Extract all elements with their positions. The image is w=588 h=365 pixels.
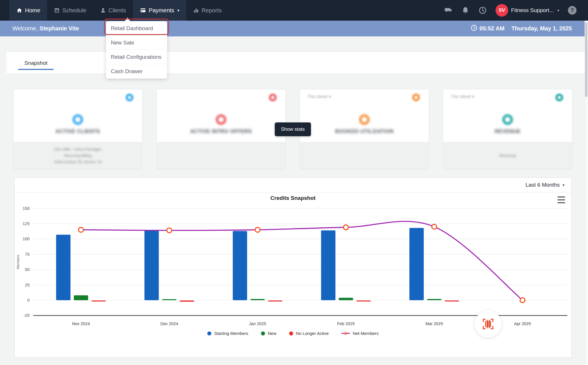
help-icon[interactable]: ?: [568, 6, 577, 15]
dropdown-caret-icon: [125, 17, 130, 21]
stat-card-footer: Intro Offer - Active Packages Recurring …: [13, 142, 142, 169]
svg-text:Dec 2024: Dec 2024: [160, 321, 178, 326]
legend-item[interactable]: Starting Members: [207, 331, 248, 336]
loading-barcode-icon: [481, 317, 495, 331]
payments-dropdown-menu: Retail Dashboard New Sale Retail Configu…: [106, 21, 167, 79]
legend-item[interactable]: No Longer Active: [289, 331, 329, 336]
chat-icon[interactable]: [444, 6, 452, 15]
welcome-user-name: Stephanie Vite: [40, 25, 79, 32]
svg-text:150: 150: [23, 206, 30, 211]
avatar: SV: [496, 4, 508, 17]
gear-icon[interactable]: [125, 93, 134, 102]
history-clock-icon[interactable]: [478, 6, 487, 15]
stat-ring-icon: [72, 114, 83, 125]
period-selector[interactable]: This Week ▾: [451, 94, 474, 99]
stat-footer-line: Recurring: [500, 153, 516, 158]
svg-text:75: 75: [25, 252, 30, 257]
schedule-calendar-icon: [54, 7, 60, 13]
svg-text:Nov 2024: Nov 2024: [72, 321, 90, 326]
caret-down-icon: ▾: [177, 8, 179, 13]
period-selector[interactable]: This Week ▾: [307, 94, 331, 99]
stat-card-title: BOOKED UTILIZATION: [300, 128, 429, 134]
time-text: 05:52 AM: [479, 25, 504, 32]
loading-badge: [475, 311, 502, 337]
caret-down-icon: ▾: [557, 8, 559, 13]
legend-item[interactable]: Net Members: [341, 331, 379, 336]
nav-item-label: Payments: [149, 7, 174, 14]
legend-label: Net Members: [353, 331, 379, 336]
stat-ring-icon: [216, 114, 227, 125]
menu-item-retail-configurations[interactable]: Retail Configurations: [106, 50, 167, 64]
navbar-right: SV Fitness Support... ▾ ?: [444, 0, 588, 21]
stat-ring-icon: [359, 114, 370, 125]
svg-text:100: 100: [23, 237, 30, 241]
svg-text:Members: Members: [16, 255, 20, 269]
payments-card-icon: [140, 7, 146, 13]
scrollbar-track: [585, 21, 588, 365]
nav-item-label: Home: [25, 7, 40, 14]
nav-item-schedule[interactable]: Schedule: [47, 0, 93, 21]
legend-label: New: [268, 331, 276, 336]
svg-text:125: 125: [23, 221, 30, 226]
scrollbar-thumb[interactable]: [585, 22, 587, 97]
tab-strip: Snapshot: [6, 52, 585, 74]
legend-dot-icon: [207, 331, 211, 335]
current-time: 05:52 AM: [471, 25, 504, 32]
stat-card-active-intro-offers: ACTIVE INTRO OFFERS: [156, 89, 286, 169]
stat-footer-line: Intro Offer - Active Packages: [54, 147, 101, 151]
svg-text:Apr 2025: Apr 2025: [514, 321, 531, 326]
screen: Home Schedule Clients Payments ▾ Reports: [0, 0, 588, 365]
gear-icon[interactable]: [269, 93, 277, 102]
nav-item-home[interactable]: Home: [9, 0, 47, 21]
svg-text:-25: -25: [24, 313, 30, 318]
legend-line-marker-icon: [341, 331, 350, 336]
legend-dot-icon: [261, 331, 265, 335]
clock-icon: [471, 25, 477, 32]
welcome-greeting: Welcome,: [12, 25, 38, 32]
welcome-bar: Welcome, Stephanie Vite 05:52 AM Thursda…: [0, 21, 585, 36]
stat-card-active-clients: ACTIVE CLIENTS Intro Offer - Active Pack…: [13, 89, 142, 169]
menu-item-new-sale[interactable]: New Sale: [106, 36, 167, 50]
account-label: Fitness Support...: [511, 7, 554, 13]
home-icon: [16, 7, 22, 13]
stat-card-title: ACTIVE CLIENTS: [13, 128, 142, 134]
gear-icon[interactable]: [555, 93, 563, 102]
nav-item-label: Reports: [202, 7, 222, 14]
gear-icon[interactable]: [412, 93, 420, 102]
menu-item-cash-drawer[interactable]: Cash Drawer: [106, 64, 167, 79]
menu-item-retail-dashboard[interactable]: Retail Dashboard: [106, 21, 167, 36]
tab-label: Snapshot: [24, 60, 47, 66]
nav-item-label: Schedule: [62, 7, 86, 14]
nav-item-label: Clients: [109, 7, 126, 14]
stat-card-title: ACTIVE INTRO OFFERS: [157, 128, 285, 134]
svg-text:0: 0: [27, 298, 30, 302]
svg-text:Feb 2025: Feb 2025: [337, 321, 355, 326]
stat-footer-line: Recurring Billing: [64, 153, 92, 158]
account-menu[interactable]: SV Fitness Support... ▾: [496, 4, 559, 17]
tab-active-underline: [18, 69, 54, 70]
legend-dot-icon: [289, 331, 293, 335]
stat-ring-icon: [502, 114, 513, 125]
legend-item[interactable]: New: [261, 331, 276, 336]
stat-card-footer: Recurring: [443, 142, 572, 169]
nav-item-reports[interactable]: Reports: [186, 0, 229, 21]
stat-card-footer: [157, 142, 285, 169]
legend-label: No Longer Active: [296, 331, 329, 336]
stat-card-footer: [300, 142, 429, 169]
svg-text:25: 25: [25, 283, 30, 287]
current-date: Thursday, May 1, 2025: [511, 25, 572, 32]
top-navbar: Home Schedule Clients Payments ▾ Reports: [0, 0, 588, 21]
svg-text:50: 50: [25, 267, 30, 272]
tab-snapshot[interactable]: Snapshot: [18, 52, 54, 74]
reports-bars-icon: [193, 7, 199, 13]
bell-icon[interactable]: [461, 6, 470, 15]
nav-item-payments[interactable]: Payments ▾: [133, 0, 186, 21]
clients-person-icon: [100, 7, 106, 13]
stat-card-booked-utilization: This Week ▾ BOOKED UTILIZATION: [300, 89, 429, 169]
svg-text:Jan 2025: Jan 2025: [249, 321, 266, 326]
legend-label: Starting Members: [214, 331, 248, 336]
stat-footer-line: Total Contact: 93, Alumni: 15: [54, 160, 101, 164]
stat-card-title: REVENUE: [443, 128, 572, 134]
welcome-bar-right: 05:52 AM Thursday, May 1, 2025: [471, 25, 572, 32]
show-stats-button[interactable]: Show stats: [275, 122, 311, 136]
